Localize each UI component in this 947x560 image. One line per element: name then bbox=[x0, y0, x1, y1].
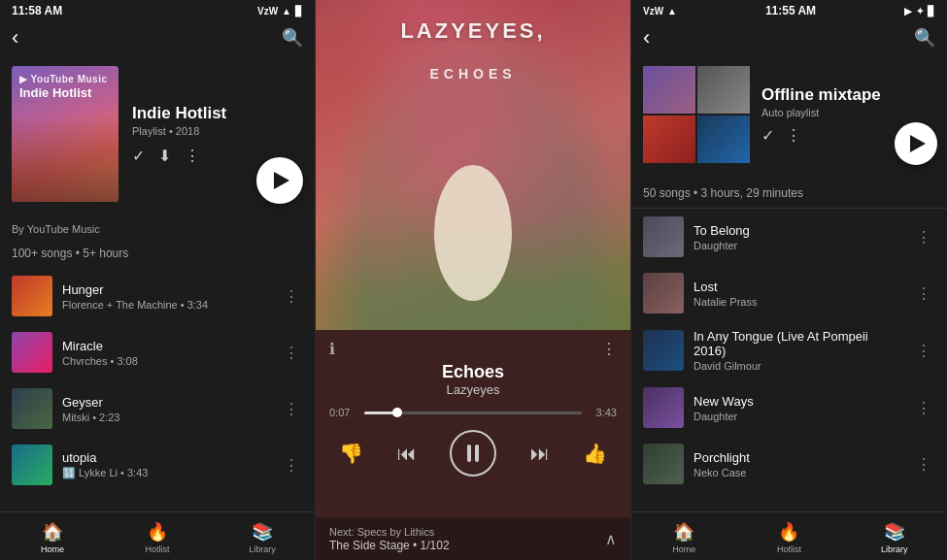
search-button-right[interactable]: 🔍 bbox=[914, 27, 935, 49]
song-title-right-2: In Any Tongue (Live At Pompeii 2016) bbox=[693, 329, 902, 358]
grid-thumb-2 bbox=[697, 66, 750, 114]
by-label: By YouTube Music bbox=[0, 223, 315, 241]
player-top-row: ℹ ⋮ bbox=[329, 340, 617, 358]
song-count-left: 100+ songs • 5+ hours bbox=[0, 241, 315, 268]
home-label-right: Home bbox=[672, 544, 695, 554]
song-list-right: To Belong Daughter ⋮ Lost Natalie Prass … bbox=[631, 209, 947, 560]
library-label-left: Library bbox=[249, 544, 276, 554]
song-item-left-1[interactable]: Miracle Chvrches • 3:08 ⋮ bbox=[0, 324, 315, 380]
panel-left: 11:58 AM VzW ▲ ▊ ‹ 🔍 ▶ YouTube Music Ind… bbox=[0, 0, 316, 560]
song-menu-right-1[interactable]: ⋮ bbox=[912, 280, 935, 307]
playlist-info: Indie Hotlist Playlist • 2018 ✓ ⬇ ⋮ bbox=[132, 104, 303, 165]
more-icon-right[interactable]: ⋮ bbox=[786, 126, 801, 145]
song-item-left-0[interactable]: Hunger Florence + The Machine • 3:34 ⋮ bbox=[0, 268, 315, 324]
play-triangle-left bbox=[274, 172, 289, 189]
offline-cover-grid bbox=[643, 66, 750, 163]
song-item-right-1[interactable]: Lost Natalie Prass ⋮ bbox=[631, 265, 947, 321]
more-button-middle[interactable]: ⋮ bbox=[601, 340, 617, 358]
check-icon-right[interactable]: ✓ bbox=[761, 126, 774, 145]
song-item-right-4[interactable]: Porchlight Neko Case ⋮ bbox=[631, 436, 947, 492]
next-info: Next: Specs by Lithics The Side Stage • … bbox=[329, 526, 450, 552]
song-title-left-2: Geyser bbox=[62, 395, 270, 410]
song-artist-left-3: 🔢 Lykke Li • 3:43 bbox=[62, 467, 270, 479]
song-info-left-3: utopia 🔢 Lykke Li • 3:43 bbox=[62, 450, 270, 479]
library-icon-left: 📚 bbox=[252, 521, 273, 543]
home-label-left: Home bbox=[41, 544, 64, 554]
song-info-right-3: New Ways Daughter bbox=[693, 394, 902, 422]
hotlist-label-left: Hotlist bbox=[145, 544, 169, 554]
song-thumb-left-3 bbox=[12, 445, 52, 485]
thumbs-up-button[interactable]: 👍 bbox=[583, 442, 607, 465]
song-thumb-left-1 bbox=[12, 332, 52, 373]
song-thumb-right-4 bbox=[643, 444, 684, 484]
song-artist-right-4: Neko Case bbox=[693, 467, 902, 478]
song-menu-left-3[interactable]: ⋮ bbox=[280, 452, 303, 478]
grid-thumb-1 bbox=[643, 66, 695, 114]
pause-button[interactable] bbox=[450, 430, 496, 477]
track-name: Echoes bbox=[329, 362, 617, 382]
song-menu-left-1[interactable]: ⋮ bbox=[280, 340, 303, 366]
play-button-left[interactable] bbox=[256, 157, 303, 204]
song-thumb-left-0 bbox=[12, 276, 52, 316]
next-track: The Side Stage • 1/102 bbox=[329, 539, 450, 552]
song-item-left-3[interactable]: utopia 🔢 Lykke Li • 3:43 ⋮ bbox=[0, 437, 315, 493]
track-artist: Lazyeyes bbox=[329, 382, 617, 397]
bottom-nav-right: 🏠 Home 🔥 Hotlist 📚 Library bbox=[631, 511, 947, 560]
wifi-icon-right: ▲ bbox=[667, 6, 677, 16]
hotlist-icon-right: 🔥 bbox=[778, 521, 799, 543]
thumbs-down-button[interactable]: 👎 bbox=[339, 442, 363, 465]
cover-title: Indie Hotlist bbox=[19, 85, 111, 101]
song-title-left-0: Hunger bbox=[62, 282, 270, 297]
more-icon[interactable]: ⋮ bbox=[185, 147, 200, 165]
nav-library-left[interactable]: 📚 Library bbox=[210, 521, 315, 554]
song-menu-left-0[interactable]: ⋮ bbox=[280, 283, 303, 310]
song-title-right-1: Lost bbox=[693, 280, 902, 294]
song-item-right-3[interactable]: New Ways Daughter ⋮ bbox=[631, 379, 947, 436]
status-icons-left: VzW ▲ ▊ bbox=[257, 6, 303, 16]
song-item-right-0[interactable]: To Belong Daughter ⋮ bbox=[631, 209, 947, 265]
song-menu-right-0[interactable]: ⋮ bbox=[912, 224, 935, 250]
progress-dot bbox=[392, 408, 402, 417]
status-icons-right: VzW ▲ bbox=[643, 6, 677, 16]
nav-library-right[interactable]: 📚 Library bbox=[842, 521, 947, 554]
progress-bar[interactable] bbox=[364, 412, 582, 414]
download-icon[interactable]: ⬇ bbox=[158, 147, 171, 165]
song-info-left-2: Geyser Mitski • 2:23 bbox=[62, 395, 270, 423]
info-button[interactable]: ℹ bbox=[329, 340, 335, 358]
song-menu-left-2[interactable]: ⋮ bbox=[280, 396, 303, 422]
play-triangle-right bbox=[910, 135, 926, 152]
wifi-icon-left: ▲ bbox=[282, 6, 291, 16]
play-button-right[interactable] bbox=[895, 122, 937, 165]
song-item-left-2[interactable]: Geyser Mitski • 2:23 ⋮ bbox=[0, 380, 315, 437]
player-controls: ℹ ⋮ Echoes Lazyeyes 0:07 3:43 👎 ⏮ ⏭ 👍 bbox=[316, 330, 630, 486]
queue-expand-button[interactable]: ∧ bbox=[605, 530, 617, 548]
time-current: 0:07 bbox=[329, 407, 356, 418]
song-thumb-right-1 bbox=[643, 273, 684, 313]
back-button-right[interactable]: ‹ bbox=[643, 25, 650, 50]
song-menu-right-2[interactable]: ⋮ bbox=[912, 338, 935, 364]
playlist-meta: Playlist • 2018 bbox=[132, 125, 303, 137]
save-icon[interactable]: ✓ bbox=[132, 147, 145, 165]
song-info-right-4: Porchlight Neko Case bbox=[693, 450, 902, 478]
song-artist-right-3: Daughter bbox=[693, 411, 902, 422]
song-title-right-0: To Belong bbox=[693, 223, 902, 238]
next-button[interactable]: ⏭ bbox=[530, 443, 550, 465]
back-button-left[interactable]: ‹ bbox=[12, 25, 18, 50]
song-item-right-2[interactable]: In Any Tongue (Live At Pompeii 2016) Dav… bbox=[631, 321, 947, 379]
nav-hotlist-right[interactable]: 🔥 Hotlist bbox=[736, 521, 841, 554]
album-figure bbox=[434, 165, 512, 301]
nav-home-right[interactable]: 🏠 Home bbox=[631, 521, 736, 554]
song-menu-right-3[interactable]: ⋮ bbox=[912, 395, 935, 421]
playlist-name: Indie Hotlist bbox=[132, 104, 303, 123]
album-art: LAZYEYES, ECHOES bbox=[316, 0, 630, 330]
song-thumb-right-3 bbox=[643, 387, 684, 428]
nav-hotlist-left[interactable]: 🔥 Hotlist bbox=[105, 521, 210, 554]
search-button-left[interactable]: 🔍 bbox=[282, 27, 303, 49]
nav-home-left[interactable]: 🏠 Home bbox=[0, 521, 105, 554]
hotlist-label-right: Hotlist bbox=[777, 544, 801, 554]
song-menu-right-4[interactable]: ⋮ bbox=[912, 451, 935, 478]
prev-button[interactable]: ⏮ bbox=[397, 443, 417, 465]
panel-middle: LAZYEYES, ECHOES ℹ ⋮ Echoes Lazyeyes 0:0… bbox=[316, 0, 631, 560]
home-icon-right: 🏠 bbox=[673, 521, 694, 543]
right-status-icons: ▶ ✦ ▊ bbox=[904, 6, 935, 16]
